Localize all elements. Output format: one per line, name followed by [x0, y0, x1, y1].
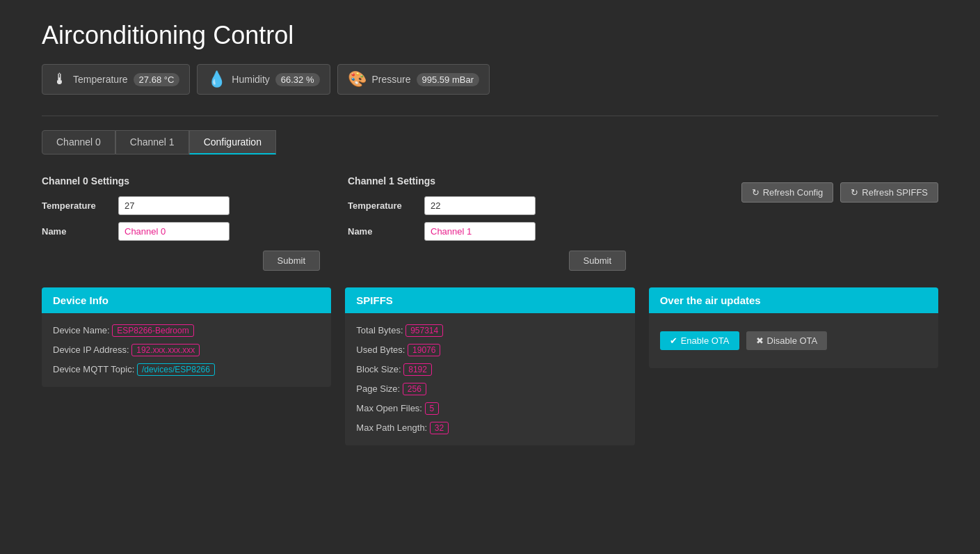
used-bytes-label: Used Bytes: — [356, 345, 405, 355]
device-ip-row: Device IP Address: 192.xxx.xxx.xxx — [53, 344, 320, 356]
device-info-header: Device Info — [42, 287, 331, 313]
device-name-label: Device Name: — [53, 325, 110, 335]
tab-channel1[interactable]: Channel 1 — [115, 130, 189, 155]
sensor-bar: 🌡 Temperature 27.68 °C 💧 Humidity 66.32 … — [42, 64, 938, 95]
ota-button-group: ✔ Enable OTA ✖ Disable OTA — [660, 324, 927, 357]
channel0-name-row: Name — [42, 222, 320, 241]
channel0-heading: Channel 0 Settings — [42, 175, 320, 187]
device-info-body: Device Name: ESP8266-Bedroom Device IP A… — [42, 313, 331, 387]
panels-row: Device Info Device Name: ESP8266-Bedroom… — [42, 287, 938, 445]
spiffs-panel: SPIFFS Total Bytes: 957314 Used Bytes: 1… — [345, 287, 634, 445]
refresh-config-button[interactable]: ↻ Refresh Config — [741, 182, 834, 203]
total-bytes-label: Total Bytes: — [356, 325, 403, 335]
channel0-name-label: Name — [42, 226, 111, 237]
channel1-name-label: Name — [348, 226, 417, 237]
section-divider — [42, 116, 938, 116]
ota-header: Over the air updates — [649, 287, 938, 313]
pressure-value: 995.59 mBar — [417, 73, 479, 86]
channel1-temp-row: Temperature — [348, 196, 626, 215]
refresh-spiffs-label: Refresh SPIFFS — [862, 187, 928, 198]
page-size-value: 256 — [403, 383, 426, 395]
channel1-temp-input[interactable] — [424, 196, 536, 215]
page-size-row: Page Size: 256 — [356, 383, 623, 395]
temperature-value: 27.68 °C — [134, 73, 180, 86]
spiffs-body: Total Bytes: 957314 Used Bytes: 19076 Bl… — [345, 313, 634, 445]
disable-ota-label: Disable OTA — [767, 335, 818, 346]
content-area: Channel 0 Settings Temperature Name Subm… — [42, 175, 938, 445]
temperature-icon: 🌡 — [52, 70, 67, 88]
block-size-row: Block Size: 8192 — [356, 363, 623, 376]
device-mqtt-value: /devices/ESP8266 — [137, 363, 215, 376]
refresh-config-label: Refresh Config — [763, 187, 824, 198]
channel0-temp-input[interactable] — [118, 196, 230, 215]
channel0-temp-row: Temperature — [42, 196, 320, 215]
max-path-length-label: Max Path Length: — [356, 422, 427, 433]
max-path-length-value: 32 — [430, 422, 449, 434]
channel1-name-input[interactable] — [424, 222, 536, 241]
enable-ota-label: Enable OTA — [681, 335, 730, 346]
device-info-panel: Device Info Device Name: ESP8266-Bedroom… — [42, 287, 331, 387]
humidity-icon: 💧 — [207, 70, 226, 88]
max-open-files-label: Max Open Files: — [356, 403, 422, 413]
refresh-config-icon: ↻ — [752, 187, 760, 198]
channel0-settings: Channel 0 Settings Temperature Name Subm… — [42, 175, 320, 271]
page-size-label: Page Size: — [356, 383, 400, 394]
channel1-name-row: Name — [348, 222, 626, 241]
tab-channel0[interactable]: Channel 0 — [42, 130, 115, 155]
config-buttons-group: ↻ Refresh Config ↻ Refresh SPIFFS — [741, 175, 938, 203]
channel1-temp-label: Temperature — [348, 200, 417, 211]
ota-panel: Over the air updates ✔ Enable OTA ✖ Disa… — [649, 287, 938, 368]
max-open-files-row: Max Open Files: 5 — [356, 402, 623, 415]
temperature-card: 🌡 Temperature 27.68 °C — [42, 64, 190, 95]
page-title: Airconditioning Control — [42, 21, 938, 50]
channel0-submit-button[interactable]: Submit — [263, 251, 320, 271]
device-name-value: ESP8266-Bedroom — [112, 324, 193, 337]
used-bytes-value: 19076 — [408, 344, 440, 356]
humidity-label: Humidity — [232, 74, 269, 85]
total-bytes-row: Total Bytes: 957314 — [356, 324, 623, 337]
refresh-spiffs-icon: ↻ — [851, 187, 858, 198]
pressure-label: Pressure — [372, 74, 411, 85]
device-ip-label: Device IP Address: — [53, 345, 129, 355]
settings-row: Channel 0 Settings Temperature Name Subm… — [42, 175, 938, 271]
max-path-length-row: Max Path Length: 32 — [356, 422, 623, 434]
pressure-icon: 🎨 — [348, 70, 367, 88]
channel1-heading: Channel 1 Settings — [348, 175, 626, 187]
disable-ota-button[interactable]: ✖ Disable OTA — [746, 331, 828, 350]
pressure-card: 🎨 Pressure 995.59 mBar — [337, 64, 490, 95]
block-size-label: Block Size: — [356, 364, 401, 374]
ota-body: ✔ Enable OTA ✖ Disable OTA — [649, 313, 938, 368]
device-name-row: Device Name: ESP8266-Bedroom — [53, 324, 320, 337]
device-mqtt-row: Device MQTT Topic: /devices/ESP8266 — [53, 363, 320, 376]
channel1-settings: Channel 1 Settings Temperature Name Subm… — [348, 175, 626, 271]
device-mqtt-label: Device MQTT Topic: — [53, 364, 134, 374]
channel0-temp-label: Temperature — [42, 200, 111, 211]
refresh-spiffs-button[interactable]: ↻ Refresh SPIFFS — [840, 182, 938, 203]
temperature-label: Temperature — [73, 74, 128, 85]
enable-ota-button[interactable]: ✔ Enable OTA — [660, 331, 739, 350]
spiffs-header: SPIFFS — [345, 287, 634, 313]
channel1-submit-button[interactable]: Submit — [569, 251, 626, 271]
total-bytes-value: 957314 — [405, 324, 443, 337]
channel0-name-input[interactable] — [118, 222, 230, 241]
tab-configuration[interactable]: Configuration — [189, 130, 276, 155]
humidity-card: 💧 Humidity 66.32 % — [197, 64, 330, 95]
block-size-value: 8192 — [403, 363, 432, 376]
tab-bar: Channel 0 Channel 1 Configuration — [42, 130, 938, 155]
disable-ota-x-icon: ✖ — [756, 335, 764, 346]
max-open-files-value: 5 — [425, 402, 440, 415]
device-ip-value: 192.xxx.xxx.xxx — [131, 344, 200, 356]
enable-ota-check-icon: ✔ — [670, 335, 677, 346]
used-bytes-row: Used Bytes: 19076 — [356, 344, 623, 356]
humidity-value: 66.32 % — [275, 73, 320, 86]
